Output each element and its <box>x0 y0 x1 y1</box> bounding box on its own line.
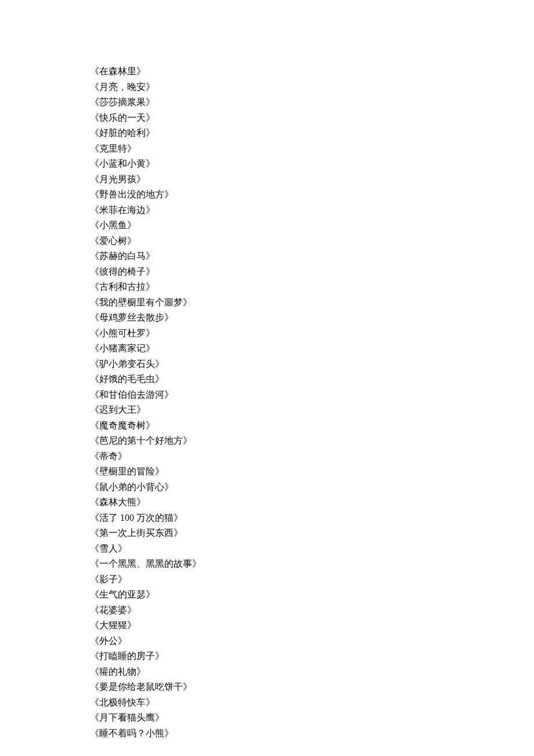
book-item: 《快乐的一天》 <box>90 110 534 126</box>
book-item: 《爱心树》 <box>90 233 534 249</box>
book-item: 《第一次上街买东西》 <box>90 525 534 541</box>
book-item: 《彼得的椅子》 <box>90 264 534 280</box>
book-item: 《月光男孩》 <box>90 172 534 188</box>
book-item: 《獾的礼物》 <box>90 664 534 680</box>
book-item: 《芭尼的第十个好地方》 <box>90 433 534 449</box>
book-item: 《花婆婆》 <box>90 603 534 618</box>
book-item: 《在森林里》 <box>90 64 534 80</box>
book-item: 《睡不着吗？小熊》 <box>90 726 534 741</box>
book-item: 《古利和古拉》 <box>90 279 534 295</box>
book-item: 《生气的亚瑟》 <box>90 587 534 603</box>
book-item: 《外公》 <box>90 633 534 649</box>
book-item: 《小猪离家记》 <box>90 341 534 357</box>
book-item: 《我的壁橱里有个噩梦》 <box>90 295 534 311</box>
book-item: 《小蓝和小黄》 <box>90 156 534 172</box>
book-item: 《好脏的哈利》 <box>90 125 534 141</box>
book-item: 《莎莎摘浆果》 <box>90 95 534 110</box>
book-item: 《森林大熊》 <box>90 495 534 510</box>
book-item: 《打瞌睡的房子》 <box>90 649 534 664</box>
book-item: 《鼠小弟的小背心》 <box>90 480 534 495</box>
book-item: 《月下看猫头鹰》 <box>90 710 534 726</box>
book-item: 《母鸡萝丝去散步》 <box>90 310 534 326</box>
book-item: 《迟到大王》 <box>90 402 534 418</box>
book-item: 《和甘伯伯去游河》 <box>90 387 534 403</box>
book-item: 《一个黑黑、黑黑的故事》 <box>90 556 534 572</box>
book-item: 《驴小弟变石头》 <box>90 357 534 372</box>
book-item: 《壁橱里的冒险》 <box>90 464 534 480</box>
book-item: 《苏赫的白马》 <box>90 249 534 264</box>
book-item: 《活了 100 万次的猫》 <box>90 510 534 526</box>
book-item: 《月亮，晚安》 <box>90 80 534 95</box>
book-item: 《好饿的毛毛虫》 <box>90 372 534 387</box>
book-item: 《影子》 <box>90 572 534 588</box>
book-item: 《要是你给老鼠吃饼干》 <box>90 679 534 695</box>
book-item: 《魔奇魔奇树》 <box>90 418 534 434</box>
book-item: 《大猩猩》 <box>90 618 534 633</box>
book-item: 《米菲在海边》 <box>90 203 534 218</box>
book-item: 《蒂奇》 <box>90 449 534 465</box>
book-list: 《在森林里》《月亮，晚安》《莎莎摘浆果》《快乐的一天》《好脏的哈利》《克里特》《… <box>90 64 534 741</box>
book-item: 《北极特快车》 <box>90 695 534 711</box>
book-item: 《克里特》 <box>90 141 534 157</box>
book-item: 《野兽出没的地方》 <box>90 187 534 203</box>
book-item: 《小熊可杜罗》 <box>90 326 534 341</box>
book-item: 《小黑鱼》 <box>90 218 534 233</box>
book-item: 《雪人》 <box>90 541 534 557</box>
